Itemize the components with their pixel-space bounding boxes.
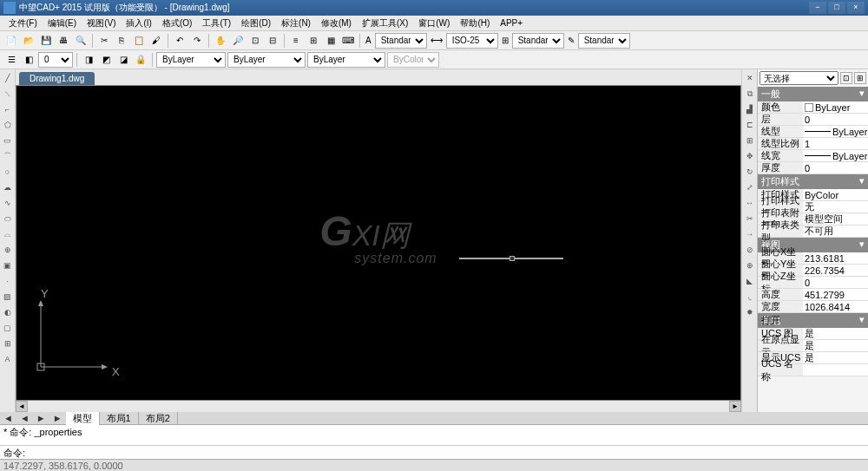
prop-value[interactable]: 1026.8414 <box>803 301 868 312</box>
pickadd-icon[interactable]: ⊞ <box>854 72 866 84</box>
menu-app[interactable]: APP+ <box>495 18 528 28</box>
maximize-button[interactable]: □ <box>828 2 845 14</box>
layeroff-icon[interactable]: ◩ <box>98 52 114 68</box>
prop-row[interactable]: 线型比例1 <box>758 138 868 150</box>
plotstyle-dropdown[interactable]: ByColor <box>387 52 439 68</box>
redo-icon[interactable]: ↷ <box>189 33 205 49</box>
layerlock-icon[interactable]: 🔒 <box>133 52 148 68</box>
matchprop-icon[interactable]: 🖌 <box>148 33 164 49</box>
menu-modify[interactable]: 修改(M) <box>316 17 357 29</box>
menu-dim[interactable]: 标注(N) <box>276 17 316 29</box>
prop-value[interactable]: 226.7354 <box>803 265 868 276</box>
prop-row[interactable]: 厚度0 <box>758 162 868 174</box>
mtext-icon[interactable]: A <box>1 352 15 366</box>
layerprops-icon[interactable]: ☰ <box>3 52 19 68</box>
open-icon[interactable]: 📂 <box>21 33 36 49</box>
pan-icon[interactable]: ✋ <box>213 33 228 49</box>
tab-model[interactable]: 模型 <box>66 412 100 425</box>
xline-icon[interactable]: ⟍ <box>1 87 15 101</box>
prop-row[interactable]: 在原点显示...是 <box>758 340 868 352</box>
zoom-icon[interactable]: 🔎 <box>230 33 246 49</box>
quickselect-icon[interactable]: ⊡ <box>840 72 852 84</box>
prop-value[interactable]: ByLayer <box>803 126 868 137</box>
menu-file[interactable]: 文件(F) <box>3 17 43 29</box>
prop-row[interactable]: 打印表类型不可用 <box>758 226 868 238</box>
prop-value[interactable]: 451.2799 <box>803 289 868 300</box>
scroll-left-icon[interactable]: ◄ <box>16 401 28 412</box>
hatch-icon[interactable]: ▨ <box>1 290 15 304</box>
linetype-dropdown[interactable]: ByLayer <box>227 52 306 68</box>
layerfrz-icon[interactable]: ◪ <box>115 52 131 68</box>
prop-value[interactable]: 不可用 <box>803 226 868 237</box>
scroll-right-icon[interactable]: ► <box>729 401 741 412</box>
circle-icon[interactable]: ○ <box>1 165 15 179</box>
preview-icon[interactable]: 🔍 <box>73 33 89 49</box>
line-icon[interactable]: ╱ <box>1 71 15 85</box>
prop-value[interactable]: ByColor <box>803 189 868 200</box>
paste-icon[interactable]: 📋 <box>131 33 147 49</box>
calc-icon[interactable]: ⌨ <box>340 33 356 49</box>
prop-value[interactable]: 213.6181 <box>803 252 868 264</box>
new-icon[interactable]: 📄 <box>3 33 19 49</box>
gradient-icon[interactable]: ◐ <box>1 305 15 319</box>
pline-icon[interactable]: ⌐ <box>1 102 15 116</box>
join-icon[interactable]: ⊕ <box>743 258 757 272</box>
menu-view[interactable]: 视图(V) <box>82 17 121 29</box>
erase-icon[interactable]: ✕ <box>743 71 757 85</box>
prop-value[interactable]: 0 <box>803 114 868 125</box>
fillet-icon[interactable]: ◟ <box>743 290 757 304</box>
toolpal-icon[interactable]: ▦ <box>323 33 339 49</box>
layerstate-icon[interactable]: ◧ <box>21 52 36 68</box>
prop-value[interactable]: 是 <box>803 340 868 351</box>
prop-value[interactable]: 无 <box>803 201 868 213</box>
save-icon[interactable]: 💾 <box>38 33 54 49</box>
arc-icon[interactable]: ⌒ <box>1 149 15 163</box>
extend-icon[interactable]: → <box>743 227 757 241</box>
scale-icon[interactable]: ⤢ <box>743 180 757 194</box>
ellipsearc-icon[interactable]: ⌓ <box>1 227 15 241</box>
menu-insert[interactable]: 插入(I) <box>121 17 156 29</box>
spline-icon[interactable]: ∿ <box>1 196 15 210</box>
color-dropdown[interactable]: ByLayer <box>156 52 226 68</box>
drawing-canvas[interactable]: GXI网 system.com Y X <box>16 85 741 401</box>
props-section-plotstyle[interactable]: 打印样式▾ <box>758 174 868 189</box>
prop-value[interactable]: 模型空间 <box>803 213 868 225</box>
lineweight-dropdown[interactable]: ByLayer <box>307 52 385 68</box>
tab-layout2[interactable]: 布局2 <box>139 412 178 425</box>
prop-row[interactable]: 线宽ByLayer <box>758 150 868 162</box>
revcloud-icon[interactable]: ☁ <box>1 180 15 194</box>
designctr-icon[interactable]: ⊞ <box>306 33 321 49</box>
region-icon[interactable]: ▢ <box>1 321 15 335</box>
command-input[interactable] <box>25 448 865 458</box>
table-icon[interactable]: ⊞ <box>1 337 15 350</box>
prop-value[interactable]: 是 <box>803 352 868 363</box>
undo-icon[interactable]: ↶ <box>172 33 187 49</box>
offset-icon[interactable]: ⊏ <box>743 118 757 132</box>
prop-row[interactable]: 宽度1026.8414 <box>758 301 868 313</box>
prop-row[interactable]: UCS 名称 <box>758 364 868 376</box>
mirror-icon[interactable]: ▟ <box>743 102 757 116</box>
tab-nav-first[interactable]: ◄ <box>0 413 16 423</box>
grip-handle[interactable] <box>510 256 515 261</box>
prop-value[interactable]: 1 <box>803 138 868 149</box>
doc-tab-drawing1[interactable]: Drawing1.dwg <box>19 72 95 85</box>
zoomprev-icon[interactable]: ⊟ <box>265 33 280 49</box>
break-icon[interactable]: ⊘ <box>743 243 757 257</box>
cut-icon[interactable]: ✂ <box>96 33 112 49</box>
props-section-general[interactable]: 一般▾ <box>758 87 868 101</box>
stretch-icon[interactable]: ↔ <box>743 196 757 210</box>
zoomwin-icon[interactable]: ⊡ <box>247 33 263 49</box>
prop-row[interactable]: 线型ByLayer <box>758 126 868 138</box>
move-icon[interactable]: ✥ <box>743 149 757 163</box>
mlstyle-dropdown[interactable]: Standard <box>578 33 630 49</box>
props-icon[interactable]: ≡ <box>288 33 304 49</box>
chamfer-icon[interactable]: ◣ <box>743 274 757 288</box>
tab-nav-next[interactable]: ► <box>33 413 49 423</box>
layeriso-icon[interactable]: ◨ <box>81 52 96 68</box>
menu-ext[interactable]: 扩展工具(X) <box>357 17 413 29</box>
menu-draw[interactable]: 绘图(D) <box>236 17 276 29</box>
textstyle-dropdown[interactable]: Standard <box>375 33 427 49</box>
prop-value[interactable]: 0 <box>803 162 868 173</box>
menu-help[interactable]: 帮助(H) <box>455 17 495 29</box>
prop-value[interactable]: ByLayer <box>803 101 868 113</box>
